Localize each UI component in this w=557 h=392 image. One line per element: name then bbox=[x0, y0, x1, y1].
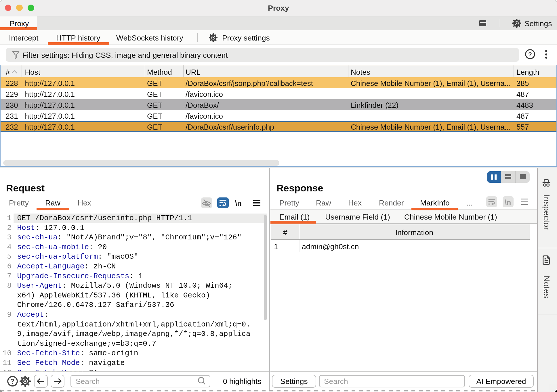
svg-text:?: ? bbox=[528, 51, 532, 57]
svg-text:?: ? bbox=[10, 378, 14, 385]
